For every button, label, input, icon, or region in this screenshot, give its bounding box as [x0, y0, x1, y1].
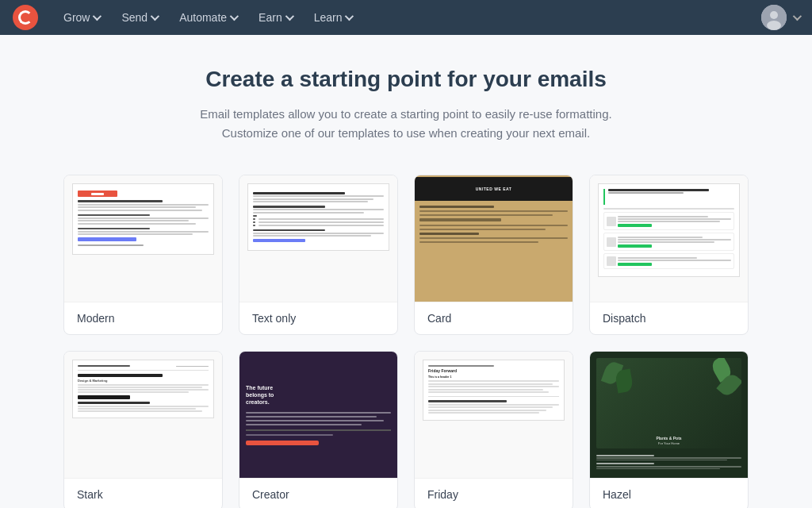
template-label-dispatch: Dispatch [590, 302, 748, 334]
template-card-stark[interactable]: Design & Marketing Stark [63, 351, 223, 508]
template-preview-dispatch [590, 175, 748, 302]
template-card-hazel[interactable]: Plants & PotsFor Your Home Hazel [589, 351, 749, 508]
nav-items: Grow Send Automate Earn Learn [54, 6, 761, 29]
avatar[interactable] [761, 5, 787, 30]
template-card-text-only[interactable]: Text only [239, 175, 398, 335]
template-label-text-only: Text only [239, 302, 397, 334]
nav-item-earn[interactable]: Earn [249, 6, 301, 29]
template-card-creator[interactable]: The futurebelongs tocreators. Creator [239, 351, 398, 508]
user-avatar-image [761, 5, 787, 30]
template-preview-card: UNITED WE EAT [415, 175, 573, 302]
template-preview-stark: Design & Marketing [64, 352, 222, 479]
template-label-stark: Stark [64, 479, 222, 508]
nav-item-grow[interactable]: Grow [54, 6, 109, 29]
user-menu-chevron-icon[interactable] [793, 12, 802, 21]
svg-point-2 [767, 21, 781, 30]
template-card-friday[interactable]: Friday Forward This is a header 1 Friday [414, 351, 573, 508]
chevron-down-icon [345, 12, 354, 21]
template-grid: Modern [63, 175, 749, 508]
page-content: Create a starting point for your emails … [0, 35, 812, 508]
page-subtitle: Email templates allow you to create a st… [63, 105, 749, 143]
template-label-modern: Modern [64, 302, 222, 334]
nav-right [761, 5, 799, 30]
template-card-dispatch[interactable]: Dispatch [589, 175, 749, 335]
template-label-friday: Friday [415, 479, 573, 508]
nav-item-automate[interactable]: Automate [170, 6, 246, 29]
chevron-down-icon [93, 12, 102, 21]
svg-point-1 [770, 11, 778, 19]
modern-logo-bar [78, 190, 117, 197]
template-card-modern[interactable]: Modern [63, 175, 223, 335]
chevron-down-icon [230, 12, 239, 21]
template-preview-creator: The futurebelongs tocreators. [239, 352, 397, 479]
logo-icon [18, 10, 33, 25]
chevron-down-icon [151, 12, 159, 21]
template-preview-friday: Friday Forward This is a header 1 [415, 352, 573, 479]
nav-item-learn[interactable]: Learn [304, 6, 362, 29]
main-navigation: Grow Send Automate Earn Learn [0, 0, 812, 35]
template-card-card[interactable]: UNITED WE EAT Card [414, 175, 573, 335]
nav-item-send[interactable]: Send [112, 6, 167, 29]
template-label-hazel: Hazel [590, 479, 748, 508]
logo[interactable] [13, 5, 38, 30]
template-preview-modern [64, 175, 222, 302]
page-title: Create a starting point for your emails [63, 67, 749, 92]
chevron-down-icon [285, 12, 293, 21]
template-preview-hazel: Plants & PotsFor Your Home [590, 352, 748, 479]
template-label-creator: Creator [239, 479, 397, 508]
template-label-card: Card [415, 302, 573, 334]
template-preview-text-only [239, 175, 397, 302]
page-header: Create a starting point for your emails … [63, 67, 749, 143]
